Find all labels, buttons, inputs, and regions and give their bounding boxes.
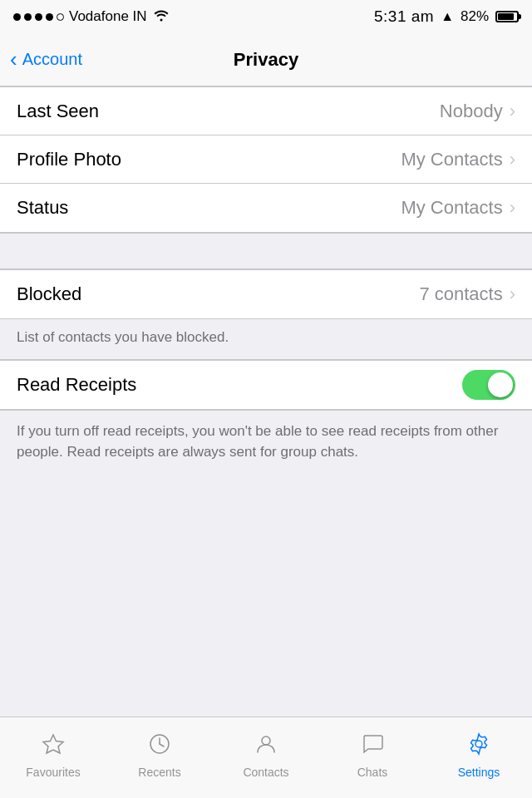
svg-marker-0 [43, 735, 63, 753]
status-item[interactable]: Status My Contacts › [0, 184, 532, 232]
location-icon: ▲ [441, 9, 454, 24]
blocked-label: Blocked [17, 283, 81, 305]
dot-4 [46, 13, 53, 21]
status-chevron-icon: › [510, 197, 515, 219]
contacts-icon [254, 732, 278, 762]
blocked-item[interactable]: Blocked 7 contacts › [0, 270, 532, 318]
favourites-icon [41, 732, 66, 762]
status-bar: Vodafone IN 5:31 am ▲ 82% [0, 0, 532, 33]
back-chevron-icon: ‹ [10, 47, 17, 72]
profile-photo-chevron-icon: › [510, 149, 515, 170]
status-value-wrap: My Contacts › [401, 197, 515, 219]
last-seen-item[interactable]: Last Seen Nobody › [0, 87, 532, 135]
battery-icon [495, 11, 519, 22]
last-seen-chevron-icon: › [510, 101, 515, 122]
blocked-value-wrap: 7 contacts › [419, 283, 515, 305]
blocked-description: List of contacts you have blocked. [0, 319, 532, 360]
tab-settings-label: Settings [458, 766, 500, 779]
dot-5 [57, 13, 64, 21]
profile-photo-value-wrap: My Contacts › [401, 149, 515, 170]
tab-recents-label: Recents [138, 766, 180, 779]
dot-3 [35, 13, 42, 21]
read-receipts-description: If you turn off read receipts, you won't… [0, 410, 532, 476]
last-seen-value-wrap: Nobody › [440, 101, 515, 122]
chats-icon [360, 732, 385, 762]
tab-settings[interactable]: Settings [426, 717, 532, 798]
blocked-group: Blocked 7 contacts › [0, 269, 532, 319]
status-label: Status [17, 197, 68, 219]
last-seen-label: Last Seen [17, 101, 99, 122]
blocked-section: Blocked 7 contacts › List of contacts yo… [0, 269, 532, 360]
spacer-1 [0, 233, 532, 269]
tab-bar: Favourites Recents Contacts Chats [0, 717, 532, 798]
toggle-knob [488, 372, 513, 397]
page-title: Privacy [234, 49, 298, 71]
tab-favourites-label: Favourites [26, 766, 80, 779]
tab-favourites[interactable]: Favourites [0, 717, 106, 798]
read-receipts-toggle-wrap [462, 370, 515, 400]
tab-recents[interactable]: Recents [106, 717, 213, 798]
blocked-value: 7 contacts [419, 283, 502, 305]
status-right: 5:31 am ▲ 82% [374, 7, 519, 26]
read-receipts-section: Read Receipts If you turn off read recei… [0, 360, 532, 476]
dot-2 [24, 13, 32, 21]
profile-photo-item[interactable]: Profile Photo My Contacts › [0, 135, 532, 184]
nav-bar: ‹ Account Privacy [0, 33, 532, 86]
svg-line-3 [160, 744, 164, 746]
svg-point-5 [475, 741, 482, 747]
status-time: 5:31 am [374, 7, 434, 26]
last-seen-value: Nobody [440, 101, 503, 122]
wifi-icon [152, 8, 170, 26]
tab-chats-label: Chats [357, 766, 388, 779]
profile-photo-label: Profile Photo [17, 149, 121, 170]
read-receipts-toggle[interactable] [462, 370, 515, 400]
read-receipts-group: Read Receipts [0, 360, 532, 410]
back-label: Account [22, 50, 82, 69]
main-content: Last Seen Nobody › Profile Photo My Cont… [0, 86, 532, 558]
tab-contacts-label: Contacts [243, 766, 288, 779]
privacy-group: Last Seen Nobody › Profile Photo My Cont… [0, 86, 532, 233]
tab-contacts[interactable]: Contacts [213, 717, 319, 798]
dot-1 [13, 13, 21, 21]
recents-icon [147, 732, 172, 762]
privacy-section: Last Seen Nobody › Profile Photo My Cont… [0, 86, 532, 233]
read-receipts-label: Read Receipts [17, 374, 136, 396]
blocked-chevron-icon: › [510, 283, 515, 305]
signal-dots [13, 13, 64, 21]
read-receipts-item[interactable]: Read Receipts [0, 361, 532, 409]
status-left: Vodafone IN [13, 8, 170, 26]
settings-icon [466, 732, 491, 762]
profile-photo-value: My Contacts [401, 149, 502, 170]
back-button[interactable]: ‹ Account [10, 47, 82, 72]
tab-chats[interactable]: Chats [319, 717, 426, 798]
svg-point-4 [262, 736, 270, 745]
status-value: My Contacts [401, 197, 502, 219]
battery-percentage: 82% [461, 8, 489, 25]
carrier-label: Vodafone IN [69, 8, 147, 25]
